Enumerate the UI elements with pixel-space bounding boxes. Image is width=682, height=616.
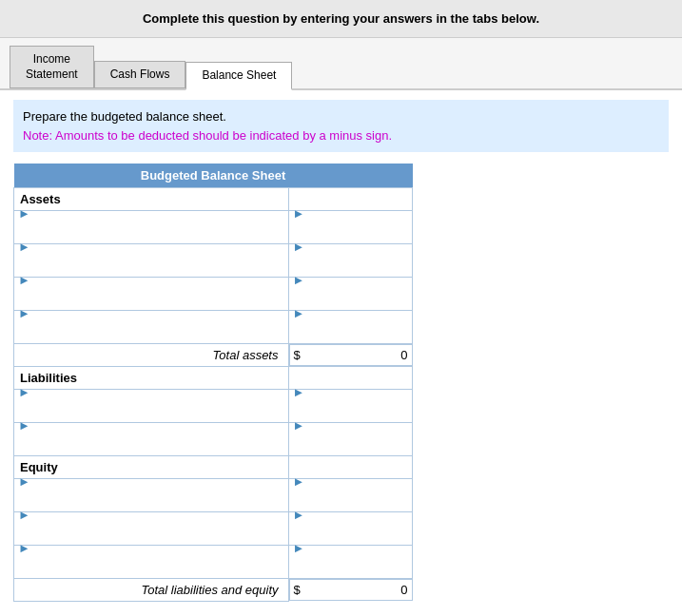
balance-sheet-table: Budgeted Balance Sheet Assets ► ► ► ► ► … <box>13 164 413 602</box>
asset-name-input-2[interactable] <box>18 254 284 282</box>
total-assets-dollar: $ <box>294 348 301 362</box>
asset-amount-input-1[interactable] <box>293 221 409 249</box>
assets-label: Assets <box>14 188 289 211</box>
table-row: ► ► <box>14 546 413 579</box>
total-liabilities-equity-value: 0 <box>304 583 408 597</box>
asset-amount-input-4[interactable] <box>293 320 409 349</box>
table-header: Budgeted Balance Sheet <box>14 164 413 188</box>
liability-amount-input-2[interactable] <box>293 433 409 461</box>
table-row: ► ► <box>14 390 413 423</box>
equity-amount-input-1[interactable] <box>293 489 409 517</box>
tab-income-statement[interactable]: Income Statement <box>10 46 94 88</box>
liability-name-input-2[interactable] <box>18 433 284 461</box>
total-liabilities-equity-dollar: $ <box>294 583 301 597</box>
table-row: ► ► <box>14 311 413 344</box>
table-row: ► ► <box>14 479 413 512</box>
liabilities-label: Liabilities <box>14 367 289 390</box>
assets-label-row: Assets <box>14 188 413 211</box>
liability-amount-input-1[interactable] <box>293 399 409 428</box>
asset-name-input-1[interactable] <box>18 221 284 249</box>
tab-balance-sheet[interactable]: Balance Sheet <box>185 62 292 91</box>
note-box: Prepare the budgeted balance sheet. Note… <box>13 100 669 152</box>
liabilities-label-row: Liabilities <box>14 367 413 390</box>
liability-name-input-1[interactable] <box>18 399 284 428</box>
equity-amount-input-3[interactable] <box>293 555 409 584</box>
asset-name-input-3[interactable] <box>18 287 284 316</box>
table-row: ► ► <box>14 244 413 278</box>
equity-name-input-1[interactable] <box>18 489 284 517</box>
total-assets-value: 0 <box>304 348 408 362</box>
note-sub: Note: Amounts to be deducted should be i… <box>23 126 659 145</box>
tabs-container: Income Statement Cash Flows Balance Shee… <box>0 38 682 90</box>
asset-amount-input-3[interactable] <box>293 287 409 316</box>
table-row: ► ► <box>14 423 413 456</box>
asset-amount-input-2[interactable] <box>293 254 409 282</box>
equity-amount-input-2[interactable] <box>293 522 409 550</box>
table-row: ► ► <box>14 211 413 244</box>
asset-name-input-4[interactable] <box>18 320 284 349</box>
table-row: ► ► <box>14 278 413 311</box>
equity-name-input-2[interactable] <box>18 522 284 550</box>
tab-cash-flows[interactable]: Cash Flows <box>94 61 186 89</box>
equity-name-input-3[interactable] <box>18 555 284 584</box>
table-row: ► ► <box>14 512 413 546</box>
note-main: Prepare the budgeted balance sheet. <box>23 107 659 126</box>
instruction-bar: Complete this question by entering your … <box>0 0 682 38</box>
